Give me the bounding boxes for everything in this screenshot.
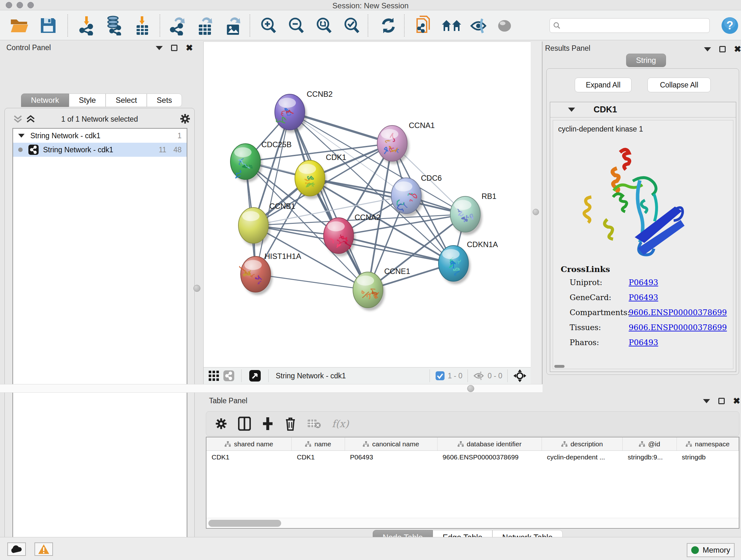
edge-CCNB2-CCNE1[interactable] [290, 112, 368, 290]
node-CCNA1[interactable]: CCNA1 [377, 121, 434, 164]
column-header-name[interactable]: name [292, 437, 345, 450]
zoom-in-icon [259, 16, 278, 35]
show-all-button[interactable] [492, 15, 517, 36]
selected-checkbox-icon[interactable] [435, 371, 445, 380]
birds-eye-icon[interactable] [223, 370, 234, 381]
crosslink-link[interactable]: P06493 [629, 338, 658, 347]
tab-select[interactable]: Select [106, 94, 147, 107]
cell-namespace[interactable]: stringdb [677, 451, 739, 463]
collection-count: 1 [178, 132, 182, 140]
zoom-selected-button[interactable] [339, 15, 364, 36]
node-CDK1[interactable]: CDK1 [295, 153, 346, 199]
table-row[interactable]: CDK1CDK1P064939606.ENSP00000378699cyclin… [206, 451, 739, 463]
export-network-button[interactable] [165, 15, 190, 36]
node-RB1[interactable]: RB1 [450, 192, 496, 235]
open-session-button[interactable] [7, 15, 32, 36]
hide-selected-button[interactable] [467, 15, 491, 36]
collapse-all-button[interactable]: Collapse All [648, 78, 711, 92]
table-hscrollbar-thumb[interactable] [208, 520, 281, 527]
add-column-icon[interactable] [262, 417, 274, 431]
column-header-database-identifier[interactable]: database identifier [437, 437, 542, 450]
table-hscrollbar[interactable] [206, 518, 739, 528]
export-table-button[interactable] [193, 15, 218, 36]
refresh-button[interactable] [376, 15, 401, 36]
expand-all-button[interactable]: Expand All [575, 78, 631, 92]
tab-string[interactable]: String [626, 54, 666, 67]
column-settings-icon[interactable] [238, 417, 251, 431]
results-splitter[interactable] [531, 42, 542, 384]
crosslink-link[interactable]: P06493 [629, 278, 658, 287]
gene-collapse-icon[interactable] [568, 108, 575, 112]
node-CCNB2[interactable]: CCNB2 [275, 90, 333, 133]
tab-sets[interactable]: Sets [147, 94, 182, 107]
panel-float-icon[interactable] [718, 398, 725, 404]
network-canvas[interactable]: CCNB2CCNA1CDC25BCDK1CDC6RB1CCNB1CCNA2CDK… [203, 42, 531, 367]
cell-shared-name[interactable]: CDK1 [206, 451, 292, 463]
column-header-canonical-name[interactable]: canonical name [345, 437, 437, 450]
panel-float-icon[interactable] [171, 45, 178, 51]
search-input[interactable] [563, 21, 700, 30]
fit-crosshair-icon[interactable] [514, 369, 526, 382]
node-CDKN1A[interactable]: CDKN1A [439, 240, 498, 284]
zoom-fit-button[interactable] [312, 15, 336, 36]
node-CDC6[interactable]: CDC6 [391, 174, 442, 216]
zoom-out-button[interactable] [284, 15, 309, 36]
cell-name[interactable]: CDK1 [292, 451, 345, 463]
panel-menu-icon[interactable] [703, 399, 710, 403]
column-header-namespace[interactable]: namespace [677, 437, 739, 450]
help-button[interactable]: ? [719, 15, 741, 36]
warnings-button[interactable] [35, 543, 53, 556]
collapse-all-icon[interactable] [13, 115, 23, 124]
panel-close-icon[interactable]: ✖ [734, 46, 741, 52]
right-splitter-handle[interactable] [533, 209, 539, 215]
gene-card-header[interactable]: CDK1 [550, 102, 736, 118]
tab-network[interactable]: Network [21, 94, 69, 107]
cell-canonical-name[interactable]: P06493 [345, 451, 437, 463]
cloud-status-button[interactable] [7, 543, 26, 556]
search-box[interactable] [549, 18, 710, 33]
network-row[interactable]: String Network - cdk1 11 48 [13, 143, 187, 157]
tab-style[interactable]: Style [69, 94, 106, 107]
crosslink-link[interactable]: 9606.ENSP00000378699 [629, 308, 727, 317]
column-header-description[interactable]: description [542, 437, 623, 450]
detach-view-icon[interactable] [249, 370, 261, 381]
delete-column-icon[interactable] [285, 417, 296, 431]
export-image-button[interactable] [221, 15, 246, 36]
first-neighbors-button[interactable] [439, 15, 464, 36]
import-network-database-button[interactable] [102, 15, 126, 36]
node-CDC25B[interactable]: CDC25B [230, 140, 292, 182]
tree-expand-icon[interactable] [18, 134, 24, 138]
table-gear-icon[interactable] [215, 418, 227, 430]
import-table-file-button[interactable] [130, 15, 154, 36]
database-import-icon [105, 16, 123, 36]
card-scrollbar-thumb[interactable] [554, 365, 564, 368]
save-session-button[interactable] [36, 15, 61, 36]
cell--id[interactable]: stringdb:9... [623, 451, 677, 463]
gear-icon[interactable] [180, 113, 191, 124]
panel-menu-icon[interactable] [156, 46, 163, 50]
crosslink-link[interactable]: 9606.ENSP00000378699 [629, 323, 727, 332]
left-splitter-handle[interactable] [193, 285, 200, 292]
import-network-file-button[interactable] [74, 15, 99, 36]
column-header-shared-name[interactable]: shared name [206, 437, 292, 450]
cell-description[interactable]: cyclin-dependent ... [542, 451, 623, 463]
node-CCNA2[interactable]: CCNA2 [324, 213, 381, 256]
zoom-in-button[interactable] [256, 15, 281, 36]
crosslink-link[interactable]: P06493 [629, 293, 658, 302]
panel-close-icon[interactable]: ✖ [186, 45, 193, 51]
new-network-from-selection-button[interactable] [412, 15, 436, 36]
node-CCNE1[interactable]: CCNE1 [353, 267, 410, 311]
column-type-icon [686, 441, 692, 447]
edge-CDK1-RB1[interactable] [310, 178, 465, 214]
panel-close-icon[interactable]: ✖ [733, 398, 740, 404]
panel-menu-icon[interactable] [704, 47, 711, 51]
horizontal-splitter-handle[interactable] [467, 385, 474, 392]
cell-database-identifier[interactable]: 9606.ENSP00000378699 [437, 451, 542, 463]
node-HIST1H1A[interactable]: HIST1H1A [240, 252, 301, 295]
network-collection-row[interactable]: String Network - cdk1 1 [13, 129, 187, 143]
panel-float-icon[interactable] [719, 46, 726, 52]
column-header--id[interactable]: @id [623, 437, 677, 450]
grid-icon[interactable] [209, 371, 219, 381]
expand-all-icon[interactable] [26, 115, 36, 124]
memory-button[interactable]: Memory [687, 543, 735, 557]
